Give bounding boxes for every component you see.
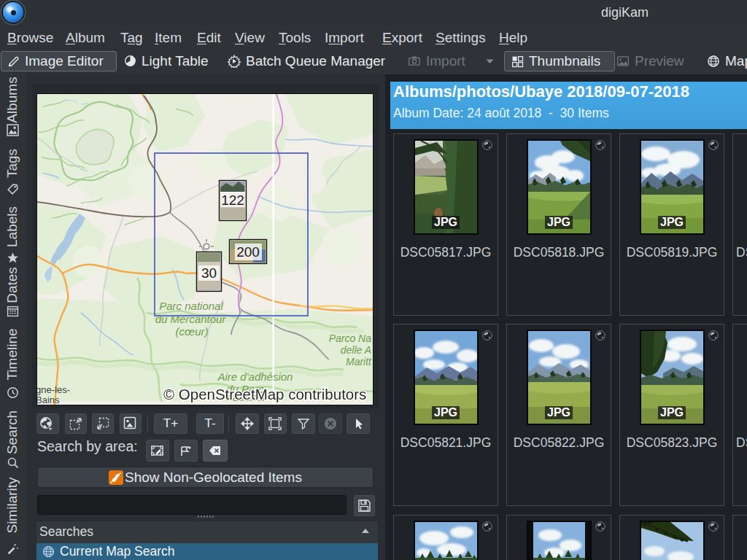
- svg-text:delle A: delle A: [341, 344, 371, 356]
- svg-text:du Mercantour: du Mercantour: [155, 313, 227, 325]
- svg-text:© OpenStreetMap contributors: © OpenStreetMap contributors: [163, 386, 366, 402]
- svg-text:30: 30: [201, 265, 217, 281]
- svg-text:Parc national: Parc national: [159, 300, 223, 312]
- svg-text:200: 200: [236, 244, 260, 260]
- svg-text:122: 122: [221, 192, 244, 208]
- svg-text:Parco Na: Parco Na: [329, 332, 372, 344]
- svg-text:gne-les-: gne-les-: [37, 384, 70, 395]
- svg-text:Bains: Bains: [37, 394, 60, 405]
- svg-text:Aire d'adhésion: Aire d'adhésion: [217, 370, 293, 383]
- svg-text:Maritt: Maritt: [346, 356, 372, 368]
- svg-text:(cœur): (cœur): [176, 325, 209, 338]
